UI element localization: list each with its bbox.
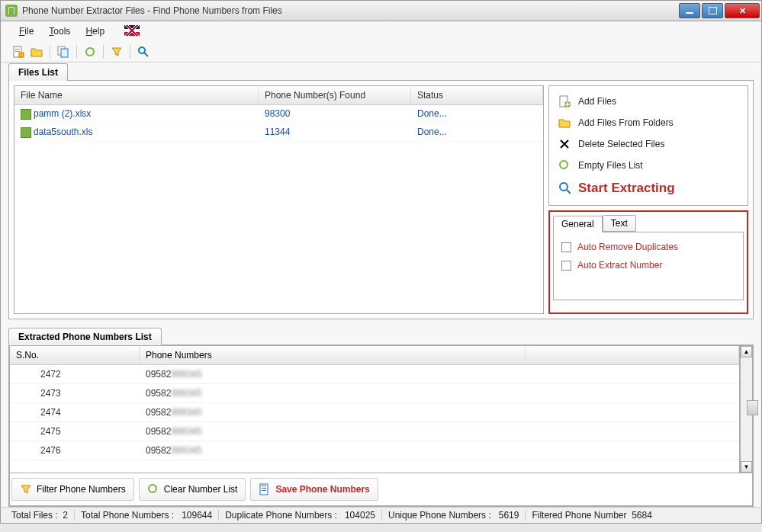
- files-table-header: File Name Phone Number(s) Found Status: [14, 86, 543, 105]
- sno-cell: 2475: [10, 422, 140, 441]
- header-status[interactable]: Status: [411, 86, 543, 104]
- file-found-cell: 98300: [259, 107, 411, 121]
- auto-remove-dup-label: Auto Remove Duplicates: [577, 242, 678, 252]
- delete-selected-button[interactable]: Delete Selected Files: [552, 133, 744, 155]
- excel-file-icon: [21, 127, 31, 138]
- tab-extracted-list[interactable]: Extracted Phone Numbers List: [8, 328, 162, 345]
- phone-number-cell: 09582999345: [140, 422, 739, 441]
- header-file-name[interactable]: File Name: [14, 86, 259, 104]
- svg-line-8: [144, 53, 148, 56]
- svg-rect-17: [262, 488, 266, 489]
- svg-rect-16: [262, 486, 266, 486]
- close-button[interactable]: [725, 3, 760, 18]
- filter-label: Filter Phone Numbers: [37, 484, 126, 495]
- status-bar: Total Files : 2 Total Phone Numbers : 10…: [0, 507, 762, 524]
- header-phone-found[interactable]: Phone Number(s) Found: [259, 86, 411, 104]
- file-row[interactable]: pamm (2).xlsx 98300 Done...: [14, 105, 543, 123]
- extracted-row[interactable]: 247509582999345: [10, 422, 739, 441]
- extracted-table-header: S.No. Phone Numbers: [10, 346, 739, 365]
- svg-rect-18: [262, 490, 266, 491]
- extracted-panel: Extracted Phone Numbers List S.No. Phone…: [8, 327, 754, 507]
- start-extracting-button[interactable]: Start Extracting: [552, 176, 744, 200]
- toolbar-filter-icon[interactable]: [110, 45, 124, 59]
- window-controls: [677, 3, 760, 18]
- file-name-cell: data5south.xls: [34, 127, 92, 137]
- clear-icon: [147, 483, 159, 495]
- extracted-row[interactable]: 247609582999345: [10, 441, 739, 460]
- minimize-button[interactable]: [679, 3, 700, 18]
- menu-file[interactable]: File: [11, 24, 41, 39]
- menubar: File Tools Help: [0, 21, 762, 41]
- toolbar-add-file-icon[interactable]: [11, 45, 25, 59]
- svg-rect-1: [15, 49, 20, 50]
- clear-number-list-button[interactable]: Clear Number List: [139, 478, 246, 501]
- status-filtered-phone-number: Filtered Phone Number 5684: [526, 510, 658, 521]
- extracted-row[interactable]: 247409582999345: [10, 403, 739, 422]
- files-list-tab-header: Files List: [8, 62, 754, 80]
- svg-rect-2: [15, 51, 20, 52]
- svg-point-11: [560, 161, 567, 168]
- side-buttons-box: Add Files Add Files From Folders Delete …: [548, 85, 748, 206]
- add-files-from-folders-button[interactable]: Add Files From Folders: [552, 112, 744, 133]
- add-files-label: Add Files: [578, 96, 616, 107]
- files-table[interactable]: File Name Phone Number(s) Found Status p…: [14, 85, 544, 314]
- sno-cell: 2476: [10, 441, 140, 460]
- toolbar-refresh-icon[interactable]: [83, 45, 97, 59]
- header-phone-numbers[interactable]: Phone Numbers: [140, 346, 526, 364]
- save-label: Save Phone Numbers: [275, 484, 369, 495]
- save-phone-numbers-button[interactable]: Save Phone Numbers: [250, 478, 378, 501]
- clear-label: Clear Number List: [164, 484, 238, 495]
- status-total-files: Total Files : 2: [5, 510, 75, 521]
- add-folders-label: Add Files From Folders: [578, 117, 674, 128]
- checkbox-icon: [561, 242, 571, 252]
- save-icon: [259, 483, 271, 495]
- search-icon: [558, 182, 571, 194]
- status-duplicate-phone-numbers: Duplicate Phone Numbers : 104025: [219, 510, 382, 521]
- toolbar-add-folder-icon[interactable]: [30, 45, 43, 59]
- language-button[interactable]: [112, 23, 147, 40]
- phone-number-cell: 09582999345: [140, 384, 739, 402]
- maximize-button[interactable]: [702, 3, 723, 18]
- file-status-cell: Done...: [411, 107, 543, 121]
- extracted-table[interactable]: S.No. Phone Numbers 24720958299934524730…: [9, 345, 740, 473]
- auto-remove-duplicates-checkbox[interactable]: Auto Remove Duplicates: [561, 242, 735, 252]
- toolbar: [0, 41, 762, 62]
- auto-extract-number-checkbox[interactable]: Auto Extract Number: [561, 260, 735, 271]
- scroll-up-button[interactable]: ▲: [741, 346, 752, 357]
- tab-files-list[interactable]: Files List: [8, 63, 68, 81]
- toolbar-copy-icon[interactable]: [56, 45, 70, 59]
- checkbox-icon: [561, 261, 571, 271]
- menu-tools-label: ools: [53, 26, 70, 37]
- auto-extract-label: Auto Extract Number: [577, 260, 662, 271]
- vertical-scrollbar[interactable]: ▲ ▼: [740, 345, 753, 473]
- extracted-row[interactable]: 247309582999345: [10, 384, 739, 403]
- toolbar-search-icon[interactable]: [137, 45, 150, 59]
- files-list-body: File Name Phone Number(s) Found Status p…: [8, 80, 754, 319]
- menu-help[interactable]: Help: [78, 24, 112, 39]
- menu-file-label: ile: [24, 26, 34, 37]
- sno-cell: 2473: [10, 384, 140, 402]
- menu-tools[interactable]: Tools: [41, 24, 78, 39]
- extracted-row[interactable]: 247209582999345: [10, 365, 739, 384]
- window-titlebar: Phone Number Extractor Files - Find Phon…: [0, 0, 762, 21]
- scroll-thumb[interactable]: [747, 400, 758, 415]
- extracted-body: S.No. Phone Numbers 24720958299934524730…: [8, 345, 754, 507]
- side-actions: Add Files Add Files From Folders Delete …: [548, 85, 748, 314]
- toolbar-separator: [50, 45, 50, 59]
- scroll-down-button[interactable]: ▼: [741, 461, 752, 473]
- svg-point-7: [139, 47, 145, 53]
- header-sno[interactable]: S.No.: [10, 346, 140, 364]
- options-tabs: General Text: [553, 215, 744, 232]
- file-name-cell: pamm (2).xlsx: [34, 108, 91, 119]
- svg-rect-5: [61, 49, 68, 57]
- filter-phone-numbers-button[interactable]: Filter Phone Numbers: [11, 478, 134, 501]
- empty-files-list-button[interactable]: Empty Files List: [552, 155, 744, 176]
- phone-number-cell: 09582999345: [140, 441, 739, 460]
- tab-text[interactable]: Text: [603, 215, 636, 232]
- excel-file-icon: [21, 109, 31, 120]
- phone-number-cell: 09582999345: [140, 365, 739, 383]
- add-files-button[interactable]: Add Files: [552, 91, 744, 112]
- sno-cell: 2474: [10, 403, 140, 421]
- file-row[interactable]: data5south.xls 11344 Done...: [14, 123, 543, 142]
- tab-general[interactable]: General: [553, 216, 603, 232]
